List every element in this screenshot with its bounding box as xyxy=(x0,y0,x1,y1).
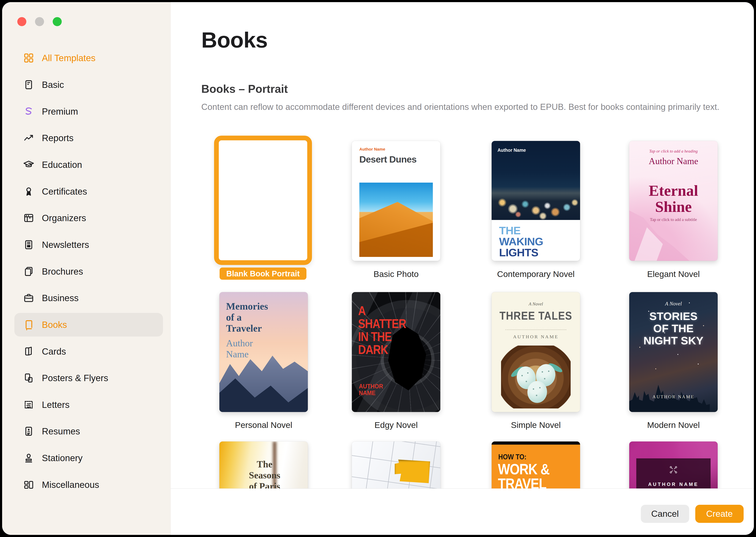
zoom-button[interactable] xyxy=(53,17,62,26)
sidebar-item-premium[interactable]: Premium xyxy=(14,100,163,123)
template-label: Simple Novel xyxy=(492,419,580,432)
collage-icon xyxy=(23,479,34,490)
sidebar-item-education[interactable]: Education xyxy=(14,153,163,177)
template-travel-book[interactable]: The Seasons of Paris xyxy=(219,441,308,488)
cover-title-line: THE xyxy=(499,225,521,236)
page-title: Books xyxy=(201,27,268,53)
sidebar-item-label: Basic xyxy=(42,79,64,90)
medal-icon xyxy=(23,186,34,197)
sidebar-item-basic[interactable]: Basic xyxy=(14,73,163,97)
cover-title: Memories of a Traveler xyxy=(226,301,268,334)
cover-kicker: A Novel xyxy=(492,302,580,307)
footer-bar: Cancel Create xyxy=(170,488,754,535)
sidebar-item-business[interactable]: Business xyxy=(14,286,163,310)
template-chooser-window: All Templates Basic Premium Reports Educ xyxy=(2,2,754,535)
sidebar-item-newsletters[interactable]: Newsletters xyxy=(14,233,163,257)
cover-title: Desert Dunes xyxy=(359,154,416,165)
template-blank-book-portrait[interactable] xyxy=(214,136,312,265)
cover-author: Author Name xyxy=(497,147,526,153)
sidebar-item-label: Brochures xyxy=(42,266,83,277)
missing-puzzle-piece xyxy=(395,460,430,483)
sidebar-item-books[interactable]: Books xyxy=(14,313,163,337)
black-band xyxy=(492,441,580,445)
cover-title: The Seasons of Paris xyxy=(241,459,288,488)
graduation-cap-icon xyxy=(23,159,34,170)
cover-title: THREE TALES xyxy=(497,309,575,322)
newsletter-icon xyxy=(23,239,34,250)
sidebar-item-label: Resumes xyxy=(42,426,80,436)
template-simple-novel[interactable]: A Novel THREE TALES AUTHOR NAME xyxy=(492,292,580,412)
card-icon xyxy=(23,346,34,357)
sidebar-item-label: Letters xyxy=(42,399,69,410)
sidebar-item-label: Business xyxy=(42,293,79,303)
book-icon xyxy=(23,319,34,330)
template-label: Edgy Novel xyxy=(352,419,440,432)
cover-kicker: HOW TO: xyxy=(498,453,526,461)
template-how-to-book[interactable]: HOW TO: WORK & TRAVEL xyxy=(492,441,580,488)
cover-author: AUTHOR NAME xyxy=(359,383,383,396)
template-elegant-novel[interactable]: Tap or click to add a heading Author Nam… xyxy=(629,141,718,261)
dotted-divider xyxy=(505,329,566,330)
template-chooser-screen: All Templates Basic Premium Reports Educ xyxy=(0,0,756,537)
molecule-icon xyxy=(636,466,711,474)
template-label: Modern Novel xyxy=(629,419,718,432)
rubber-stamp-icon xyxy=(23,452,34,464)
template-basic-photo[interactable]: Author Name Desert Dunes xyxy=(352,141,440,261)
sidebar-item-label: Posters & Flyers xyxy=(42,373,108,383)
cover-title-line: WAKING xyxy=(499,236,543,247)
close-button[interactable] xyxy=(17,17,26,26)
sidebar-item-label: Books xyxy=(42,319,67,330)
cover-heading-hint: Tap or click to add a heading xyxy=(629,149,718,154)
sidebar-item-label: Miscellaneous xyxy=(42,479,99,490)
stamp-letter-icon xyxy=(23,399,34,410)
minimize-button[interactable] xyxy=(35,17,44,26)
cancel-button[interactable]: Cancel xyxy=(641,505,689,523)
sidebar-item-label: Certificates xyxy=(42,186,87,197)
sidebar-item-certificates[interactable]: Certificates xyxy=(14,180,163,203)
template-textbook[interactable]: AUTHOR NAME APPLIED CHEMISTRY FIRST EDIT… xyxy=(629,441,718,488)
cover-panel: AUTHOR NAME APPLIED CHEMISTRY FIRST EDIT… xyxy=(636,458,711,488)
cover-author: Author Name xyxy=(359,147,385,151)
template-puzzle-book[interactable] xyxy=(352,441,440,488)
cover-title: STORIES OF THE NIGHT SKY xyxy=(629,310,718,347)
resume-icon xyxy=(23,426,34,437)
grid-icon xyxy=(23,52,34,64)
cover-title: WORK & TRAVEL xyxy=(498,462,549,488)
sidebar-item-all-templates[interactable]: All Templates xyxy=(14,46,163,70)
sidebar-item-label: Stationery xyxy=(42,453,83,463)
sidebar-item-resumes[interactable]: Resumes xyxy=(14,420,163,443)
template-contemporary-novel[interactable]: Author Name THE WAKING LIGHTS xyxy=(492,141,580,261)
squiggle-icon xyxy=(23,106,34,117)
sidebar-item-brochures[interactable]: Brochures xyxy=(14,260,163,283)
desert-photo xyxy=(359,183,433,257)
pages-icon xyxy=(23,266,34,277)
sidebar-item-organizers[interactable]: Organizers xyxy=(14,206,163,230)
cover-title: A SHATTER IN THE DARK xyxy=(358,304,406,356)
cover-author: Author Name xyxy=(226,338,253,360)
sidebar-item-label: Reports xyxy=(42,133,73,143)
template-edgy-novel[interactable]: A SHATTER IN THE DARK AUTHOR NAME xyxy=(352,292,440,412)
section-description: Content can reflow to accommodate differ… xyxy=(201,100,732,114)
sidebar-item-miscellaneous[interactable]: Miscellaneous xyxy=(14,473,163,497)
document-icon xyxy=(23,79,34,90)
template-personal-novel[interactable]: Memories of a Traveler Author Name xyxy=(219,292,308,412)
briefcase-icon xyxy=(23,292,34,304)
template-label: Basic Photo xyxy=(352,268,440,280)
template-label-selected: Blank Book Portrait xyxy=(220,268,307,280)
sidebar: All Templates Basic Premium Reports Educ xyxy=(2,2,171,535)
template-modern-novel[interactable]: A Novel STORIES OF THE NIGHT SKY AUTHOR … xyxy=(629,292,718,412)
cover-title: Eternal Shine xyxy=(629,183,718,215)
cover-title-line: LIGHTS xyxy=(499,247,538,258)
cover-author: AUTHOR NAME xyxy=(629,394,718,399)
sidebar-item-posters-flyers[interactable]: Posters & Flyers xyxy=(14,366,163,390)
template-label: Personal Novel xyxy=(219,419,308,432)
sidebar-item-stationery[interactable]: Stationery xyxy=(14,446,163,470)
cover-author: Author Name xyxy=(629,156,718,166)
sidebar-item-label: Newsletters xyxy=(42,239,89,250)
sidebar-item-letters[interactable]: Letters xyxy=(14,393,163,417)
create-button[interactable]: Create xyxy=(695,505,744,523)
cover-author: AUTHOR NAME xyxy=(636,481,711,487)
sidebar-item-reports[interactable]: Reports xyxy=(14,126,163,150)
sidebar-item-cards[interactable]: Cards xyxy=(14,340,163,363)
poster-icon xyxy=(23,372,34,384)
